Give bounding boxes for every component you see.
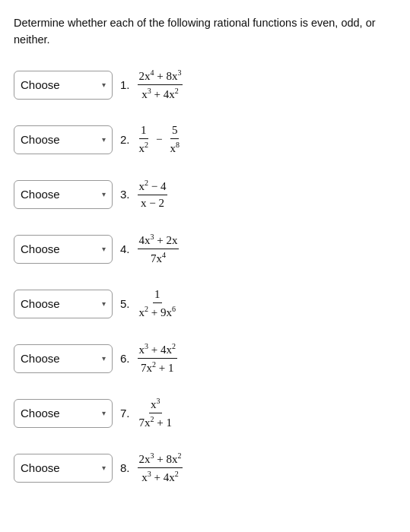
math-expr-4: 4x3 + 2x 7x4 — [138, 232, 180, 267]
choose-dropdown-3[interactable]: Choose ▾ — [14, 180, 113, 209]
problem-number-4: 4. — [120, 242, 130, 255]
problem-row-2: Choose ▾ 2. 1 x2 − 5 x8 — [14, 117, 396, 163]
choose-label-5: Choose — [21, 297, 60, 310]
chevron-icon-2: ▾ — [102, 135, 106, 144]
instructions-text: Determine whether each of the following … — [14, 15, 396, 49]
math-expr-3: x2 − 4 x − 2 — [138, 178, 168, 211]
choose-dropdown-6[interactable]: Choose ▾ — [14, 344, 113, 373]
choose-label-4: Choose — [21, 242, 60, 255]
chevron-icon-1: ▾ — [102, 81, 106, 89]
choose-dropdown-8[interactable]: Choose ▾ — [14, 454, 113, 483]
choose-label-7: Choose — [21, 407, 60, 420]
problem-row-3: Choose ▾ 3. x2 − 4 x − 2 — [14, 172, 396, 217]
chevron-icon-4: ▾ — [102, 245, 106, 253]
problem-number-1: 1. — [120, 78, 130, 91]
math-expr-6: x3 + 4x2 7x2 + 1 — [138, 341, 177, 376]
math-expr-7: x3 7x2 + 1 — [138, 396, 173, 431]
chevron-icon-8: ▾ — [102, 464, 106, 472]
choose-dropdown-5[interactable]: Choose ▾ — [14, 290, 113, 318]
problem-number-6: 6. — [120, 352, 130, 365]
math-expr-8: 2x3 + 8x2 x3 + 4x2 — [138, 451, 183, 486]
choose-label-8: Choose — [21, 461, 60, 474]
chevron-icon-5: ▾ — [102, 299, 106, 308]
choose-dropdown-2[interactable]: Choose ▾ — [14, 125, 113, 154]
choose-dropdown-7[interactable]: Choose ▾ — [14, 399, 113, 428]
chevron-icon-6: ▾ — [102, 354, 106, 363]
chevron-icon-7: ▾ — [102, 409, 106, 417]
problem-row-4: Choose ▾ 4. 4x3 + 2x 7x4 — [14, 226, 396, 272]
math-expr-2: 1 x2 − 5 x8 — [138, 123, 181, 157]
chevron-icon-3: ▾ — [102, 190, 106, 198]
choose-dropdown-4[interactable]: Choose ▾ — [14, 235, 113, 264]
choose-label-2: Choose — [21, 133, 60, 146]
choose-label-3: Choose — [21, 188, 60, 201]
problem-number-7: 7. — [120, 407, 130, 420]
problem-row-6: Choose ▾ 6. x3 + 4x2 7x2 + 1 — [14, 336, 396, 382]
problem-number-2: 2. — [120, 133, 130, 146]
problem-number-3: 3. — [120, 188, 130, 201]
problem-row-5: Choose ▾ 5. 1 x2 + 9x6 — [14, 281, 396, 327]
problem-row-7: Choose ▾ 7. x3 7x2 + 1 — [14, 391, 396, 436]
problem-number-5: 5. — [120, 297, 130, 310]
choose-label-1: Choose — [21, 78, 60, 91]
math-expr-5: 1 x2 + 9x6 — [138, 287, 177, 321]
math-expr-1: 2x4 + 8x3 x3 + 4x2 — [138, 68, 183, 103]
choose-label-6: Choose — [21, 352, 60, 365]
problem-number-8: 8. — [120, 461, 130, 474]
problem-row-8: Choose ▾ 8. 2x3 + 8x2 x3 + 4x2 — [14, 445, 396, 491]
problem-row-1: Choose ▾ 1. 2x4 + 8x3 x3 + 4x2 — [14, 62, 396, 108]
choose-dropdown-1[interactable]: Choose ▾ — [14, 71, 113, 100]
